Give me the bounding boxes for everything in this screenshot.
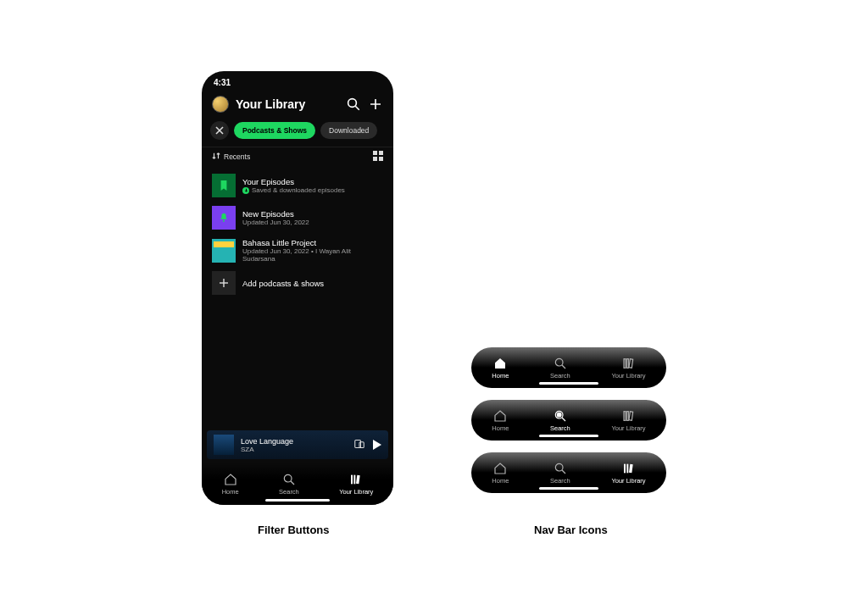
item-title: New Episodes: [242, 209, 309, 219]
clear-filters-button[interactable]: [210, 121, 229, 140]
tab-bar: Home Search Your Library: [202, 463, 393, 505]
phone-library-screen: 4:31 Your Library Podcasts & Shows Down: [202, 71, 393, 505]
item-title: Bahasa Little Project: [242, 238, 383, 247]
list-item[interactable]: Your Episodes Saved & downloaded episode…: [212, 169, 383, 202]
svg-rect-22: [359, 442, 364, 448]
svg-rect-14: [373, 151, 377, 155]
home-indicator: [539, 382, 598, 385]
tab-label: Your Library: [611, 372, 645, 380]
sort-label[interactable]: Recents: [224, 152, 250, 161]
filter-chip-row: Podcasts & Shows Downloaded: [202, 116, 393, 147]
tabbar-library-active: Home Search Your Library: [471, 452, 666, 493]
tab-label: Search: [279, 488, 299, 496]
svg-rect-26: [354, 474, 356, 484]
svg-line-9: [355, 106, 359, 110]
svg-rect-17: [379, 157, 383, 161]
tab-search[interactable]: Search: [550, 409, 570, 432]
tab-label: Home: [492, 424, 509, 432]
svg-point-27: [555, 358, 563, 366]
tab-home[interactable]: Home: [222, 473, 239, 496]
item-title: Your Episodes: [242, 177, 345, 186]
svg-rect-30: [626, 358, 628, 368]
home-indicator: [539, 435, 598, 437]
chip-podcasts-shows[interactable]: Podcasts & Shows: [234, 122, 315, 139]
tab-label: Search: [550, 424, 570, 432]
svg-point-32: [557, 413, 561, 417]
svg-rect-16: [373, 157, 377, 161]
tab-library[interactable]: Your Library: [339, 473, 373, 496]
library-header: Your Library: [202, 89, 393, 116]
plus-icon: [212, 271, 236, 295]
tabbar-variants: Home Search Your Library Home Search: [471, 347, 666, 493]
bookmark-icon: [212, 174, 236, 197]
caption-navbar-icons: Nav Bar Icons: [534, 524, 608, 536]
home-indicator: [539, 487, 598, 490]
page-title: Your Library: [236, 97, 339, 111]
svg-rect-34: [624, 411, 626, 420]
item-subtitle: Updated Jun 30, 2022: [242, 219, 309, 226]
cast-icon[interactable]: [354, 437, 364, 452]
now-playing-artist: SZA: [241, 446, 293, 453]
svg-rect-25: [351, 474, 353, 484]
svg-rect-15: [379, 151, 383, 155]
add-label: Add podcasts & shows: [242, 279, 324, 288]
saved-icon: [242, 187, 249, 194]
svg-line-28: [562, 365, 565, 369]
library-list: Your Episodes Saved & downloaded episode…: [202, 166, 393, 302]
tab-home[interactable]: Home: [492, 462, 509, 485]
now-playing-artwork: [214, 435, 234, 455]
item-subtitle: Updated Jun 30, 2022 • I Wayan Alit Suda…: [242, 247, 383, 263]
podcast-artwork: [212, 239, 236, 263]
home-indicator: [265, 499, 330, 502]
svg-line-24: [291, 481, 294, 485]
list-item[interactable]: Bahasa Little Project Updated Jun 30, 20…: [212, 234, 383, 267]
tab-search[interactable]: Search: [550, 357, 570, 380]
svg-point-18: [223, 220, 225, 222]
tab-label: Search: [550, 477, 570, 485]
tab-label: Home: [492, 477, 509, 485]
tab-label: Search: [550, 372, 570, 380]
tab-search[interactable]: Search: [550, 462, 570, 485]
svg-line-33: [562, 418, 565, 421]
sort-row: Recents: [202, 147, 393, 166]
status-time: 4:31: [214, 78, 231, 87]
play-icon[interactable]: [373, 440, 381, 450]
tabbar-home-active: Home Search Your Library: [471, 347, 666, 388]
bell-icon: [212, 206, 236, 230]
caption-filter-buttons: Filter Buttons: [258, 524, 330, 536]
list-item[interactable]: New Episodes Updated Jun 30, 2022: [212, 202, 383, 234]
tab-label: Your Library: [611, 424, 645, 432]
tab-home[interactable]: Home: [492, 409, 509, 432]
tabbar-search-active: Home Search Your Library: [471, 400, 666, 441]
add-podcasts-button[interactable]: Add podcasts & shows: [212, 267, 383, 299]
tab-library[interactable]: Your Library: [611, 462, 645, 485]
tab-search[interactable]: Search: [279, 473, 299, 496]
search-icon[interactable]: [346, 97, 361, 112]
now-playing-title: Love Language: [241, 437, 293, 446]
svg-point-23: [284, 474, 292, 482]
plus-icon[interactable]: [368, 97, 383, 112]
item-subtitle: Saved & downloaded episodes: [252, 186, 345, 194]
grid-view-icon[interactable]: [373, 151, 383, 163]
svg-line-37: [562, 470, 565, 474]
tab-library[interactable]: Your Library: [611, 357, 645, 380]
tab-home[interactable]: Home: [492, 357, 509, 380]
svg-rect-38: [624, 463, 626, 473]
sort-icon[interactable]: [212, 152, 220, 162]
status-bar: 4:31: [202, 71, 393, 89]
tab-label: Home: [492, 372, 509, 380]
now-playing-bar[interactable]: Love Language SZA: [207, 430, 388, 459]
avatar[interactable]: [212, 96, 229, 113]
tab-label: Your Library: [611, 477, 645, 485]
tab-label: Your Library: [339, 488, 373, 496]
svg-rect-39: [626, 463, 628, 473]
tab-library[interactable]: Your Library: [611, 409, 645, 432]
tab-label: Home: [222, 488, 239, 496]
svg-rect-35: [626, 411, 628, 420]
chip-downloaded[interactable]: Downloaded: [320, 122, 377, 139]
svg-rect-29: [624, 358, 626, 368]
svg-point-36: [555, 463, 563, 471]
svg-point-8: [348, 99, 357, 108]
